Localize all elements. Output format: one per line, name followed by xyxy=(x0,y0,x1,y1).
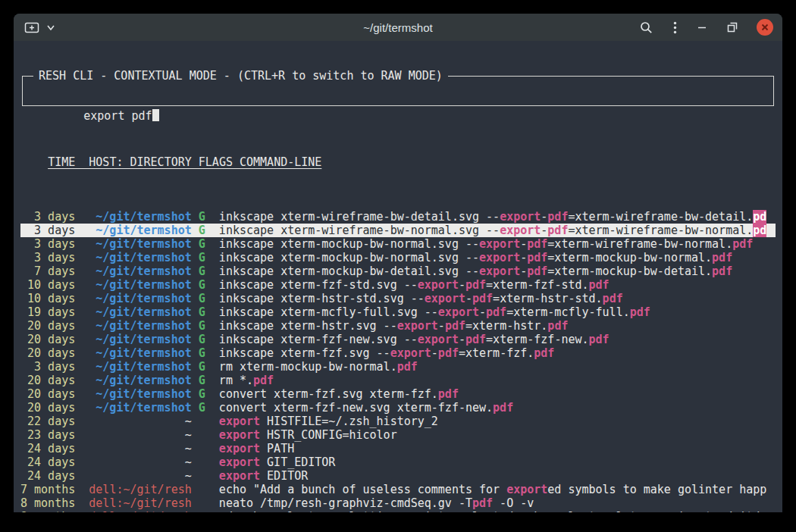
search-box[interactable]: RESH CLI - CONTEXTUAL MODE - (CTRL+R to … xyxy=(22,76,774,106)
history-row[interactable]: 10 days ~/git/termshot G inkscape xterm-… xyxy=(20,292,776,305)
row-command: rm *.pdf xyxy=(219,374,274,387)
search-match: pdf xyxy=(732,237,753,251)
command-text: =xterm-mcfly-full. xyxy=(506,305,630,319)
search-match: export xyxy=(500,210,541,224)
row-command: export EDITOR xyxy=(219,469,308,483)
command-text: ed symbols to make golinter happ xyxy=(547,483,766,496)
row-time: 10 days xyxy=(20,278,75,292)
row-flags: G xyxy=(199,278,205,292)
row-command: export HISTFILE=~/.zsh_history_2 xyxy=(219,415,438,428)
terminal-content: RESH CLI - CONTEXTUAL MODE - (CTRL+R to … xyxy=(14,41,782,512)
command-text: inkscape xterm-wireframe-bw-detail.svg -… xyxy=(219,210,500,224)
search-match: pdf xyxy=(465,333,486,346)
search-match: pdf xyxy=(527,251,547,264)
kebab-menu-icon xyxy=(673,21,677,34)
history-row[interactable]: 8 months dell:~/git/resh ./resh-evaluate… xyxy=(20,510,776,512)
minimize-icon xyxy=(697,23,707,32)
search-match: export xyxy=(438,305,479,319)
command-text: inkscape xterm-mockup-bw-normal.svg -- xyxy=(219,237,479,251)
new-tab-button[interactable] xyxy=(23,20,41,36)
row-time: 23 days xyxy=(20,428,75,442)
history-row[interactable]: 20 days ~/git/termshot G convert xterm-f… xyxy=(20,401,776,415)
minimize-button[interactable] xyxy=(696,21,708,33)
history-row[interactable]: 19 days ~/git/termshot G inkscape xterm-… xyxy=(20,305,776,319)
row-time: 20 days xyxy=(20,346,75,360)
command-text: - xyxy=(459,333,465,346)
history-row[interactable]: 20 days ~/git/termshot G inkscape xterm-… xyxy=(20,346,776,360)
history-row[interactable]: 24 days ~ export GIT_EDITOR xyxy=(20,455,776,469)
command-text: =xterm-hstr. xyxy=(465,319,547,333)
history-row[interactable]: 24 days ~ export EDITOR xyxy=(20,469,776,483)
row-time: 24 days xyxy=(20,455,75,469)
history-row[interactable]: 3 days ~/git/termshot G inkscape xterm-m… xyxy=(20,237,776,251)
history-row[interactable]: 24 days ~ export PATH xyxy=(20,442,776,455)
row-flags: G xyxy=(199,224,205,237)
command-text: convert xterm-fzf-new.svg xterm-fzf-new. xyxy=(219,401,493,415)
history-row[interactable]: 22 days ~ export HISTFILE=~/.zsh_history… xyxy=(20,415,776,428)
history-row[interactable]: 7 months dell:~/git/resh echo "Add a bun… xyxy=(20,483,776,496)
restore-button[interactable] xyxy=(725,20,739,34)
search-match: pdf xyxy=(547,210,568,224)
history-row[interactable]: 10 days ~/git/termshot G inkscape xterm-… xyxy=(20,278,776,292)
row-command: inkscape xterm-mockup-bw-normal.svg --ex… xyxy=(219,237,753,251)
row-time: 19 days xyxy=(20,305,75,319)
row-location: ~ xyxy=(89,428,191,442)
menu-button[interactable] xyxy=(672,20,678,36)
titlebar[interactable]: ~/git/termshot xyxy=(14,14,782,41)
command-text: - xyxy=(479,305,486,319)
command-text: - xyxy=(431,346,438,360)
row-location: ~/git/termshot xyxy=(89,374,191,387)
history-row[interactable]: 3 days ~/git/termshot G inkscape xterm-m… xyxy=(20,251,776,264)
row-command: inkscape xterm-mockup-bw-detail.svg --ex… xyxy=(219,264,732,278)
search-match: pdf xyxy=(472,292,493,305)
row-time: 7 months xyxy=(20,483,75,496)
row-command: inkscape xterm-fzf-std.svg --export-pdf=… xyxy=(219,278,610,292)
command-text: rm xterm-mockup-bw-normal. xyxy=(219,360,397,374)
command-text: GIT_EDITOR xyxy=(260,455,335,469)
history-row[interactable]: 20 days ~/git/termshot G inkscape xterm-… xyxy=(20,319,776,333)
row-location: ~ xyxy=(89,455,191,469)
row-command: inkscape xterm-wireframe-bw-detail.svg -… xyxy=(219,210,766,224)
search-icon xyxy=(640,21,653,34)
command-text: - xyxy=(520,264,527,278)
history-row[interactable]: 3 days ~/git/termshot G inkscape xterm-w… xyxy=(20,210,776,224)
command-text: inkscape xterm-hstr.svg -- xyxy=(219,319,397,333)
close-button[interactable] xyxy=(757,19,773,36)
row-command: inkscape xterm-fzf.svg --export-pdf=xter… xyxy=(219,346,555,360)
history-row[interactable]: 23 days ~ export HSTR_CONFIG=hicolor xyxy=(20,428,776,442)
row-time: 8 months xyxy=(20,510,75,512)
row-command: export GIT_EDITOR xyxy=(219,455,336,469)
tab-dropdown-button[interactable] xyxy=(45,23,56,32)
terminal-window: ~/git/termshot xyxy=(14,14,782,512)
command-text: inkscape xterm-fzf-new.svg -- xyxy=(219,333,418,346)
row-command: inkscape xterm-hstr-std.svg --export-pdf… xyxy=(219,292,623,305)
search-query[interactable]: export pdf xyxy=(83,109,152,123)
command-text: =xterm-fzf-new. xyxy=(486,333,588,346)
history-row-selected[interactable]: 3 days ~/git/termshot G inkscape xterm-w… xyxy=(20,224,776,237)
command-text: inkscape xterm-mockup-bw-detail.svg -- xyxy=(219,264,479,278)
history-row[interactable]: 3 days ~/git/termshot G rm xterm-mockup-… xyxy=(20,360,776,374)
chevron-down-icon xyxy=(47,25,55,30)
history-row[interactable]: 7 days ~/git/termshot G inkscape xterm-m… xyxy=(20,264,776,278)
search-match: pdf xyxy=(630,305,650,319)
search-button[interactable] xyxy=(638,20,654,36)
history-row[interactable]: 20 days ~/git/termshot G inkscape xterm-… xyxy=(20,333,776,346)
command-text: PATH xyxy=(260,442,294,455)
search-match: export xyxy=(390,346,431,360)
truncation-marker: pd xyxy=(753,224,766,237)
command-text: inkscape xterm-wireframe-bw-normal.svg -… xyxy=(219,224,500,237)
search-match: pdf xyxy=(445,319,465,333)
row-location: ~ xyxy=(89,415,191,428)
row-time: 20 days xyxy=(20,374,75,387)
row-flags: G xyxy=(199,237,205,251)
header-text: TIME HOST: DIRECTORY FLAGS COMMAND-LINE xyxy=(48,155,321,169)
search-match: export xyxy=(219,455,260,469)
history-row[interactable]: 20 days ~/git/termshot G convert xterm-f… xyxy=(20,387,776,401)
row-location: ~/git/termshot xyxy=(89,210,191,224)
history-row[interactable]: 8 months dell:~/git/resh neato /tmp/resh… xyxy=(20,496,776,510)
row-command: convert xterm-fzf-new.svg xterm-fzf-new.… xyxy=(219,401,513,415)
history-row[interactable]: 20 days ~/git/termshot G rm *.pdf xyxy=(20,374,776,387)
row-command: echo "Add a bunch of useless comments fo… xyxy=(219,483,766,496)
row-location: ~/git/termshot xyxy=(89,346,191,360)
mode-label: RESH CLI - CONTEXTUAL MODE - (CTRL+R to … xyxy=(33,69,448,83)
